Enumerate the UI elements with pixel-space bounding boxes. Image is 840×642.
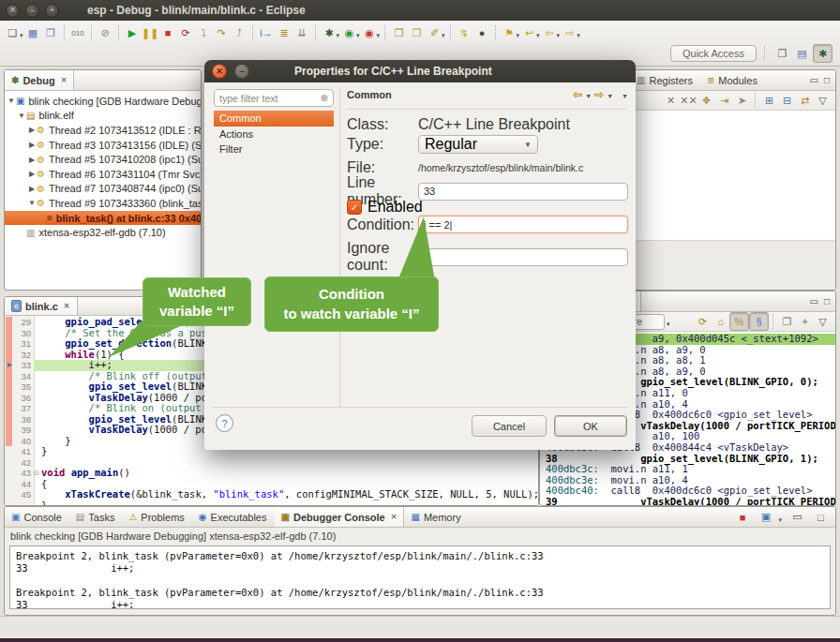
chevron-down-icon[interactable]: ▾	[20, 32, 23, 39]
step-over-icon[interactable]: ↷	[213, 24, 231, 41]
tree-expander-icon[interactable]: ▶	[27, 141, 37, 149]
chevron-down-icon[interactable]: ▼	[585, 93, 592, 99]
debug-tree-item[interactable]: ▶⚙Thread #3 1073413156 (IDLE) (Suspended…	[5, 138, 201, 153]
debug-tree-item[interactable]: ▼▣blink checking [GDB Hardware Debugging…	[5, 94, 201, 109]
chevron-down-icon[interactable]: ▾	[557, 32, 561, 39]
terminate-console-icon[interactable]: ■	[733, 509, 751, 526]
code-line[interactable]: 43⊝void app_main()	[5, 468, 538, 479]
type-select[interactable]: Regular ▼	[418, 135, 538, 154]
save-all-icon[interactable]: ❐	[42, 24, 60, 41]
debug-tree-item[interactable]: ▶⚙Thread #2 1073413512 (IDLE : Running)	[5, 123, 201, 138]
close-icon[interactable]: ✕	[61, 76, 68, 84]
tree-expander-icon[interactable]: ▶	[27, 185, 37, 193]
instruction-stepping-icon[interactable]: i→	[258, 24, 276, 41]
step-into-icon[interactable]: ⤵	[195, 24, 213, 41]
minimize-icon[interactable]: ▭	[810, 75, 818, 85]
chevron-down-icon[interactable]: ▾	[337, 32, 340, 39]
dialog-nav-common[interactable]: Common	[214, 111, 334, 127]
tab-debug[interactable]: ✱ Debug ✕	[5, 70, 74, 90]
view-menu-icon[interactable]: ▽	[814, 313, 832, 330]
search-icon[interactable]: ●	[473, 24, 491, 41]
quick-access-button[interactable]: Quick Access	[670, 45, 757, 62]
terminate-icon[interactable]: ■	[159, 24, 177, 41]
go-to-pc-icon[interactable]: ⌂	[712, 313, 729, 330]
tab-problems[interactable]: ⚠Problems	[122, 507, 191, 527]
window-maximize-icon[interactable]: +	[45, 4, 59, 18]
new-cpp-class-icon[interactable]: ❐	[390, 24, 408, 41]
ignore-count-input[interactable]: 0	[418, 248, 628, 266]
tree-expander-icon[interactable]: ▼	[7, 97, 16, 105]
window-close-icon[interactable]: ✕	[6, 4, 20, 18]
maximize-icon[interactable]: □	[812, 509, 830, 526]
tab-console[interactable]: ▣Console	[5, 507, 69, 527]
show-source-icon[interactable]: §	[749, 312, 769, 331]
filter-input[interactable]: type filter text ⊗	[214, 89, 334, 107]
chevron-down-icon[interactable]: ▾	[377, 32, 381, 39]
dialog-close-icon[interactable]: ✕	[212, 64, 227, 79]
cancel-button[interactable]: Cancel	[472, 415, 547, 437]
resume-icon[interactable]: ▶	[124, 24, 142, 41]
chevron-down-icon[interactable]: ▾	[356, 32, 360, 39]
debug-tree-item[interactable]: ▶⚙Thread #5 1073410208 (ipc1) (Suspended…	[5, 152, 201, 167]
show-breakpoints-for-target-icon[interactable]: ❖	[698, 92, 715, 109]
maximize-icon[interactable]: □	[824, 296, 830, 306]
debug-tree-item[interactable]: ▼⚙Thread #9 1073433360 (blink_task : Run…	[5, 196, 201, 211]
tree-expander-icon[interactable]: ▼	[27, 199, 37, 207]
tree-expander-icon[interactable]: ▶	[27, 170, 37, 178]
remove-all-breakpoints-icon[interactable]: ✕✕	[680, 92, 698, 109]
step-return-icon[interactable]: ⤴	[231, 24, 248, 41]
enabled-checkbox[interactable]: ✓	[347, 200, 362, 215]
drop-to-frame-icon[interactable]: ⇊	[293, 24, 311, 41]
open-element-icon[interactable]: ❐	[408, 24, 426, 41]
help-icon[interactable]: ?	[216, 414, 233, 432]
close-icon[interactable]: ✕	[64, 302, 70, 310]
dialog-nav-filter[interactable]: Filter	[214, 142, 334, 157]
dialog-nav-actions[interactable]: Actions	[214, 127, 334, 142]
debug-tree-item[interactable]: ▥xtensa-esp32-elf-gdb (7.10)	[5, 225, 201, 240]
debug-tree-item[interactable]: ▼▤blink.elf	[5, 109, 201, 124]
pin-view-icon[interactable]: ⌖	[796, 313, 814, 330]
ok-button[interactable]: OK	[554, 415, 627, 437]
chevron-down-icon[interactable]: ▾	[667, 321, 670, 328]
line-number-input[interactable]: 33	[418, 183, 628, 201]
debug-tree-selected-frame[interactable]: ≡blink_task() at blink.c:33 0x400dbc26	[5, 211, 201, 226]
tab-modules[interactable]: ≣ Modules	[700, 70, 765, 90]
view-menu-icon[interactable]: ▽	[814, 92, 832, 109]
breakpoint-pointer-icon[interactable]: ➤	[5, 361, 13, 369]
show-debug-toolbar-icon[interactable]: ≣	[276, 24, 293, 41]
terminate-relaunch-icon[interactable]: ⟳	[177, 24, 195, 41]
tree-expander-icon[interactable]: ▶	[27, 156, 37, 164]
tab-memory[interactable]: ▦Memory	[404, 507, 468, 527]
tab-debugger-console[interactable]: ▣Debugger Console✕	[275, 507, 405, 527]
refresh-icon[interactable]: ⟳	[694, 313, 712, 330]
debug-perspective-icon[interactable]: ✱	[813, 44, 832, 63]
tab-tasks[interactable]: ▤Tasks	[69, 507, 123, 527]
clear-filter-icon[interactable]: ⊗	[321, 93, 328, 103]
debug-tree-item[interactable]: ▶⚙Thread #6 1073431104 (Tmr Svc) (Suspen…	[5, 167, 201, 182]
display-selected-console-icon[interactable]: ▣	[757, 509, 774, 526]
close-icon[interactable]: ✕	[391, 513, 398, 521]
minimize-icon[interactable]: ▭	[788, 509, 806, 526]
condition-input[interactable]: i == 2|	[418, 216, 628, 233]
skip-all-breakpoints-icon[interactable]: ⊘	[97, 24, 114, 41]
chevron-down-icon[interactable]: ▾	[517, 32, 520, 39]
suspend-icon[interactable]: ❚❚	[142, 24, 159, 41]
tab-blink-c[interactable]: c blink.c ✕	[5, 297, 78, 315]
open-perspective-icon[interactable]: ❒	[773, 45, 791, 62]
code-line[interactable]: 45 xTaskCreate(&blink_task, "blink_task"…	[5, 489, 538, 500]
open-new-view-icon[interactable]: ❐	[778, 313, 796, 330]
view-menu-icon[interactable]: ▼	[622, 93, 628, 99]
binary-icon[interactable]: 010	[69, 24, 87, 41]
remove-breakpoint-icon[interactable]: ✕	[662, 92, 680, 109]
show-opcodes-icon[interactable]: %	[729, 312, 749, 331]
debug-tree-item[interactable]: ▶⚙Thread #7 1073408744 (ipc0) (Suspended…	[5, 182, 201, 197]
chevron-down-icon[interactable]: ▾	[442, 32, 445, 39]
save-icon[interactable]: ▦	[24, 24, 42, 41]
go-to-file-for-breakpoint-icon[interactable]: ⇥	[715, 92, 733, 109]
back-icon[interactable]: ⇦	[573, 88, 582, 101]
console-output[interactable]: Breakpoint 2, blink_task (pvParameter=0x…	[9, 545, 831, 609]
link-with-debug-view-icon[interactable]: ⇄	[796, 92, 814, 109]
skip-breakpoints-icon[interactable]: ➤	[733, 92, 751, 109]
chevron-down-icon[interactable]: ▾	[536, 32, 540, 39]
tree-expander-icon[interactable]: ▶	[27, 126, 37, 134]
